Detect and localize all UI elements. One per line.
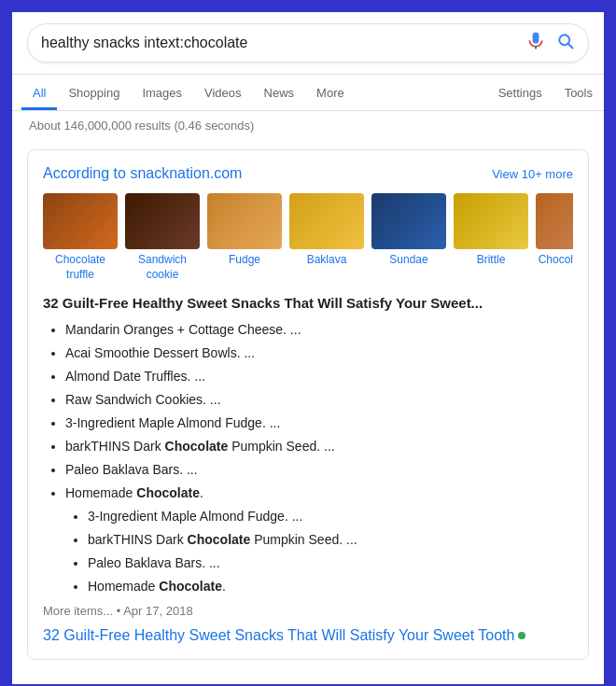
- list-item: Almond Date Truffles. ...: [65, 367, 573, 386]
- food-label-sundae: Sundae: [389, 253, 427, 268]
- tab-images[interactable]: Images: [131, 78, 193, 110]
- nav-right: Settings Tools: [487, 78, 604, 110]
- list-item: barkTHINS Dark Chocolate Pumpkin Seed. .…: [88, 530, 573, 550]
- search-bar: [27, 23, 589, 63]
- food-item-sundae[interactable]: Sundae: [371, 193, 446, 282]
- search-bar-area: [12, 12, 604, 75]
- mic-icon[interactable]: [526, 32, 545, 54]
- food-img-sandwich-cookie: [125, 193, 200, 249]
- search-input[interactable]: [41, 35, 526, 51]
- svg-rect-0: [535, 46, 537, 49]
- list-item: Homemade Chocolate. 3-Ingredient Maple A…: [65, 483, 573, 596]
- list-item: Paleo Baklava Bars. ...: [65, 460, 573, 480]
- food-img-chocolate-truffle: [43, 193, 118, 249]
- nav-tabs: All Shopping Images Videos News More Set…: [12, 75, 604, 111]
- list-item: Acai Smoothie Dessert Bowls. ...: [65, 343, 573, 363]
- bullet-list: Mandarin Oranges + Cottage Cheese. ... A…: [43, 320, 573, 596]
- list-item: barkTHINS Dark Chocolate Pumpkin Seed. .…: [65, 437, 573, 456]
- main-content: According to snacknation.com View 10+ mo…: [12, 140, 604, 684]
- browser-frame: All Shopping Images Videos News More Set…: [9, 9, 607, 686]
- snacknation-link[interactable]: According to snacknation.com: [43, 165, 242, 182]
- article-title: 32 Guilt-Free Healthy Sweet Snacks That …: [43, 295, 573, 311]
- food-item-chocolate-bar[interactable]: Chocolate bar: [536, 193, 573, 282]
- food-img-brittle: [454, 193, 528, 249]
- search-icon[interactable]: [556, 32, 575, 54]
- food-images-row: Chocolate truffle Sandwich cookie Fudge …: [43, 193, 573, 282]
- food-label-sandwich-cookie: Sandwich cookie: [125, 253, 200, 282]
- tab-videos[interactable]: Videos: [193, 78, 253, 110]
- list-item: Homemade Chocolate.: [88, 577, 573, 596]
- snacknation-header: According to snacknation.com View 10+ mo…: [43, 165, 573, 182]
- list-item: Mandarin Oranges + Cottage Cheese. ...: [65, 320, 573, 340]
- search-icons: [526, 32, 575, 54]
- food-label-chocolate-truffle: Chocolate truffle: [43, 253, 118, 282]
- green-dot-icon: [518, 632, 525, 639]
- food-item-fudge[interactable]: Fudge: [207, 193, 282, 282]
- list-item: 3-Ingredient Maple Almond Fudge. ...: [88, 507, 573, 526]
- tab-all[interactable]: All: [21, 78, 57, 110]
- food-img-sundae: [371, 193, 446, 249]
- result-link-text: 32 Guilt-Free Healthy Sweet Snacks That …: [43, 627, 514, 644]
- list-item: Paleo Baklava Bars. ...: [88, 553, 573, 573]
- tab-tools[interactable]: Tools: [553, 78, 604, 110]
- food-item-brittle[interactable]: Brittle: [454, 193, 528, 282]
- food-img-baklava: [289, 193, 364, 249]
- food-label-chocolate-bar: Chocolate bar: [539, 253, 573, 268]
- result-card: According to snacknation.com View 10+ mo…: [27, 149, 589, 660]
- food-item-baklava[interactable]: Baklava: [289, 193, 364, 282]
- more-items-text: More items... • Apr 17, 2018: [43, 604, 573, 618]
- food-label-fudge: Fudge: [229, 253, 260, 268]
- food-img-chocolate-bar: [536, 193, 573, 249]
- list-item: Raw Sandwich Cookies. ...: [65, 390, 573, 410]
- food-item-chocolate-truffle[interactable]: Chocolate truffle: [43, 193, 118, 282]
- tab-more[interactable]: More: [305, 78, 356, 110]
- food-label-brittle: Brittle: [477, 253, 506, 268]
- results-stats: About 146,000,000 results (0.46 seconds): [12, 111, 604, 140]
- result-link[interactable]: 32 Guilt-Free Healthy Sweet Snacks That …: [43, 627, 573, 644]
- tab-shopping[interactable]: Shopping: [57, 78, 131, 110]
- tab-settings[interactable]: Settings: [487, 78, 553, 110]
- food-img-fudge: [207, 193, 282, 249]
- tab-news[interactable]: News: [253, 78, 306, 110]
- view-more-link[interactable]: View 10+ more: [492, 167, 573, 181]
- svg-line-2: [568, 44, 573, 49]
- list-item: 3-Ingredient Maple Almond Fudge. ...: [65, 413, 573, 433]
- food-label-baklava: Baklava: [307, 253, 347, 268]
- sub-bullet-list: 3-Ingredient Maple Almond Fudge. ... bar…: [65, 507, 573, 596]
- food-item-sandwich-cookie[interactable]: Sandwich cookie: [125, 193, 200, 282]
